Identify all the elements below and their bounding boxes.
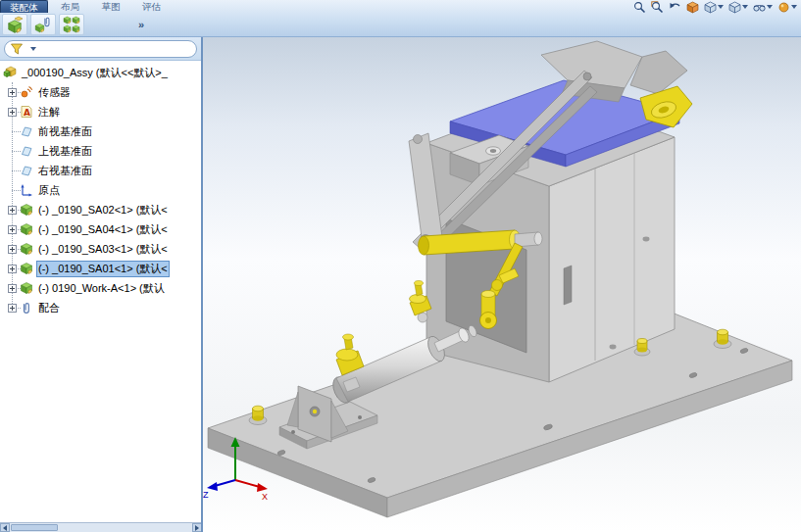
tree-item-sa02[interactable]: (-) _0190_SA02<1> (默认<: [0, 200, 201, 219]
bracket-pin-yellow: [313, 410, 317, 413]
dropdown-caret-icon: [718, 5, 724, 9]
graphics-area[interactable]: Z X: [203, 37, 801, 532]
triad-z-label: Z: [203, 490, 209, 500]
scroll-left-button[interactable]: [0, 523, 10, 532]
expand-icon[interactable]: [8, 206, 17, 215]
tree-item-label: 配合: [36, 300, 62, 316]
edit-appearance-icon[interactable]: [777, 1, 797, 13]
heads-up-view-toolbar: [633, 1, 797, 13]
plane-icon: [20, 144, 33, 158]
tree-item-label: 前视基准面: [36, 123, 94, 140]
expand-icon[interactable]: [8, 108, 17, 117]
component-assembly-icon: [20, 222, 33, 236]
component-assembly-icon: [20, 203, 33, 217]
sensors-icon: [20, 85, 33, 99]
plane-icon: [20, 124, 33, 138]
expand-icon[interactable]: [8, 284, 17, 293]
dropdown-caret-icon: [742, 5, 748, 9]
assembly-icon: [3, 66, 17, 79]
selection-filter-box[interactable]: [4, 40, 197, 58]
filter-row: [0, 37, 201, 61]
filter-funnel-icon: [10, 42, 24, 56]
tree-item-label: (-) _0190_SA04<1> (默认<: [36, 221, 170, 238]
triad-z-arrow: [207, 482, 218, 491]
tree-item-label: 上视基准面: [36, 143, 94, 160]
small-cube-icon: [15, 17, 23, 21]
component-assembly-icon: [20, 242, 33, 256]
annotations-icon: [20, 105, 33, 119]
linear-component-pattern-button[interactable]: [59, 14, 84, 35]
tab-layout[interactable]: 布局: [52, 0, 88, 13]
top-toolbar: 装配体 布局 草图 评估: [0, 0, 801, 37]
plane-icon: [20, 164, 33, 177]
tree-item-right-plane[interactable]: 右视基准面: [0, 161, 201, 180]
tree-item-label: 右视基准面: [36, 163, 94, 179]
horizontal-scrollbar[interactable]: [0, 522, 202, 532]
dropdown-caret-icon: [791, 5, 797, 9]
tree-item-label: (-) 0190_Work-A<1> (默认: [36, 280, 167, 297]
3d-model-scene[interactable]: Z X: [203, 37, 801, 532]
tree-item-label: (-) _0190_SA02<1> (默认<: [36, 202, 170, 218]
commandmanager-tabs: 装配体 布局 草图 评估: [0, 0, 801, 13]
mate-button[interactable]: [30, 14, 56, 35]
zoom-area-icon[interactable]: [651, 1, 664, 13]
featuremanager-panel: _000190_Assy (默认<<默认>_ 传感器 注解 前视基准面 上视基: [0, 37, 201, 522]
tree-item-mates[interactable]: 配合: [0, 298, 201, 317]
tree-item-work-a[interactable]: (-) 0190_Work-A<1> (默认: [0, 278, 201, 298]
hide-show-items-icon[interactable]: [753, 1, 773, 13]
tree-item-origin[interactable]: 原点: [0, 180, 201, 200]
tree-item-annotations[interactable]: 注解: [0, 102, 201, 121]
component-assembly-icon: [20, 262, 33, 275]
tree-item-top-plane[interactable]: 上视基准面: [0, 141, 201, 161]
tree-root-label: _000190_Assy (默认<<默认>_: [20, 65, 170, 81]
expand-icon[interactable]: [8, 265, 17, 273]
tree-item-sensors[interactable]: 传感器: [0, 82, 201, 102]
tree-root-assembly[interactable]: _000190_Assy (默认<<默认>_: [0, 63, 201, 82]
mates-paperclip-icon: [20, 301, 33, 314]
tree-item-sa01[interactable]: (-) _0190_SA01<1> (默认<: [0, 259, 201, 278]
dropdown-caret-icon: [767, 5, 773, 9]
assembly-toolbar: »: [0, 13, 801, 36]
expand-icon[interactable]: [8, 304, 17, 313]
tab-evaluate[interactable]: 评估: [133, 0, 170, 13]
component-assembly-icon: [20, 281, 33, 295]
tree-item-sa04[interactable]: (-) _0190_SA04<1> (默认<: [0, 219, 201, 239]
origin-icon: [20, 183, 33, 197]
feature-tree: _000190_Assy (默认<<默认>_ 传感器 注解 前视基准面 上视基: [0, 61, 201, 317]
tab-assembly[interactable]: 装配体: [0, 0, 48, 13]
expand-icon[interactable]: [8, 245, 17, 254]
toolbar-overflow-chevron[interactable]: »: [138, 19, 144, 30]
view-orientation-icon[interactable]: [704, 1, 724, 13]
section-view-icon[interactable]: [686, 1, 699, 13]
tree-item-label: (-) _0190_SA03<1> (默认<: [36, 241, 170, 258]
triad-x-label: X: [262, 492, 268, 502]
triad-x-arrow: [257, 483, 268, 492]
insert-components-button[interactable]: [2, 14, 27, 35]
rod-knuckle-joint[interactable]: [480, 313, 497, 329]
tab-sketch[interactable]: 草图: [92, 0, 128, 13]
tree-item-label: 原点: [36, 182, 62, 199]
expand-icon[interactable]: [8, 88, 17, 97]
tree-item-label-selected: (-) _0190_SA01<1> (默认<: [36, 261, 170, 277]
tree-item-front-plane[interactable]: 前视基准面: [0, 121, 201, 141]
scrollbar-thumb[interactable]: [11, 524, 58, 531]
previous-view-icon[interactable]: [669, 1, 681, 13]
tree-item-sa03[interactable]: (-) _0190_SA03<1> (默认<: [0, 239, 201, 259]
display-style-icon[interactable]: [728, 1, 748, 13]
tower-slot: [564, 266, 572, 305]
tree-item-label: 注解: [36, 104, 62, 121]
filter-dropdown-caret[interactable]: [30, 47, 36, 51]
tree-item-label: 传感器: [36, 84, 73, 101]
zoom-to-fit-icon[interactable]: [633, 1, 646, 13]
expand-icon[interactable]: [8, 225, 17, 234]
